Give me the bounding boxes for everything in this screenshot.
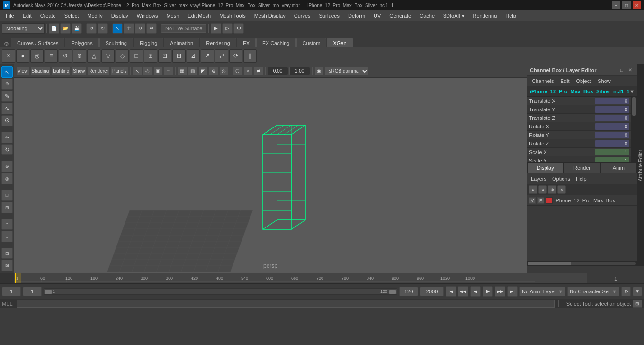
shelf-tab-xgen[interactable]: XGen xyxy=(327,38,352,47)
shelf-icon-15[interactable]: ↗ xyxy=(201,49,214,63)
shading-menu-btn[interactable]: Shading xyxy=(30,66,51,76)
command-input[interactable] xyxy=(17,300,555,308)
near-clip-field[interactable]: 0.00 xyxy=(268,67,288,75)
layer-playback-toggle[interactable]: P xyxy=(537,197,544,204)
renderer-menu-btn[interactable]: Renderer xyxy=(87,66,110,76)
max-frame-field[interactable] xyxy=(420,287,444,296)
channel-value-6[interactable] xyxy=(595,149,629,155)
paint-tool-btn[interactable]: ⊙ xyxy=(1,115,13,127)
vt-icon-6[interactable]: ▥ xyxy=(188,66,197,76)
menu-item-generate[interactable]: Generate xyxy=(385,12,415,19)
layer-btn-3[interactable]: ⊕ xyxy=(548,185,556,194)
layer-btn-1[interactable]: « xyxy=(529,185,537,194)
menu-item-surfaces[interactable]: Surfaces xyxy=(315,12,343,19)
show-menu[interactable]: Show xyxy=(595,77,614,85)
render-settings-btn[interactable]: ⚙ xyxy=(233,23,244,34)
help-menu[interactable]: Help xyxy=(574,175,589,182)
vt-icon-2[interactable]: ◎ xyxy=(143,66,152,76)
shelf-icon-18[interactable]: ∥ xyxy=(243,49,257,63)
scale-tool-btn[interactable]: ⇔ xyxy=(1,132,13,143)
select-btn[interactable]: ↖ xyxy=(112,23,123,34)
viewport-canvas[interactable]: X Y Z persp xyxy=(14,78,527,273)
range-slider[interactable]: 1 120 xyxy=(44,288,397,295)
goto-end-btn[interactable]: ▶| xyxy=(507,286,518,297)
view-menu-btn[interactable]: View xyxy=(16,66,29,76)
prev-frame-btn[interactable]: ◀ xyxy=(470,286,481,297)
menu-item-rendering[interactable]: Rendering xyxy=(469,12,501,19)
channels-menu[interactable]: Channels xyxy=(529,77,556,85)
gamma-icon[interactable]: ◉ xyxy=(314,66,324,76)
open-btn[interactable]: 📂 xyxy=(60,23,71,34)
maximize-button[interactable]: □ xyxy=(622,1,631,9)
vt-icon-4[interactable]: ≡ xyxy=(164,66,173,76)
menu-item-help[interactable]: Help xyxy=(501,12,520,19)
anim-tab[interactable]: Anim xyxy=(600,162,637,173)
menu-item-mesh[interactable]: Mesh xyxy=(162,12,183,19)
shelf-tab-fx[interactable]: FX xyxy=(237,38,256,47)
shelf-icon-6[interactable]: ⊕ xyxy=(73,49,86,63)
shelf-icon-10[interactable]: □ xyxy=(130,49,143,63)
lighting-menu-btn[interactable]: Lighting xyxy=(51,66,71,76)
vt-icon-8[interactable]: ⊛ xyxy=(209,66,218,76)
rotate-btn[interactable]: ↻ xyxy=(135,23,145,34)
channels-scrollbar[interactable] xyxy=(631,97,637,162)
vt-icon-12[interactable]: ⇄ xyxy=(254,66,263,76)
xray-btn[interactable]: ⊡ xyxy=(1,248,13,259)
vt-icon-1[interactable]: ↖ xyxy=(133,66,142,76)
cb-close-btn[interactable]: ✕ xyxy=(626,66,634,74)
menu-item-deform[interactable]: Deform xyxy=(344,12,369,19)
menu-item-display[interactable]: Display xyxy=(107,12,132,19)
menu-item-cache[interactable]: Cache xyxy=(416,12,438,19)
save-btn[interactable]: 💾 xyxy=(72,23,82,34)
shelf-tab-sculpting[interactable]: Sculpting xyxy=(99,38,133,47)
current-frame-field[interactable] xyxy=(23,287,42,296)
layer-visibility-toggle[interactable]: V xyxy=(529,197,536,204)
vt-icon-3[interactable]: ▣ xyxy=(153,66,163,76)
attribute-editor-tab[interactable]: Attribute Editor xyxy=(637,64,644,266)
object-expand-arrow[interactable]: ▼ xyxy=(629,89,635,94)
menu-item-mesh-display[interactable]: Mesh Display xyxy=(250,12,289,19)
anim-layer-field[interactable]: No Anim Layer ▼ xyxy=(519,287,565,296)
render-tab[interactable]: Render xyxy=(564,162,600,173)
shelf-icon-9[interactable]: ◇ xyxy=(116,49,129,63)
layer-btn-4[interactable]: × xyxy=(557,185,566,194)
shelf-tab-rigging[interactable]: Rigging xyxy=(134,38,163,47)
mode-dropdown[interactable]: Modeling xyxy=(2,23,45,34)
channel-value-0[interactable] xyxy=(595,98,629,104)
start-frame-field[interactable] xyxy=(2,287,21,296)
render-btn[interactable]: ▶ xyxy=(211,23,221,34)
shelf-settings-icon[interactable]: ⚙ xyxy=(2,41,11,47)
shelf-icon-17[interactable]: ⟳ xyxy=(229,49,242,63)
menu-item--dtoall--[interactable]: 3DtoAll ▾ xyxy=(439,12,468,20)
move-tool-btn[interactable]: ⊕ xyxy=(1,79,13,90)
shelf-icon-3[interactable]: ◎ xyxy=(30,49,44,63)
vt-icon-5[interactable]: ▦ xyxy=(178,66,187,76)
marquee-btn[interactable]: □ xyxy=(1,190,13,201)
menu-item-edit-mesh[interactable]: Edit Mesh xyxy=(184,12,215,19)
next-frame-btn[interactable]: ▶▶ xyxy=(495,286,505,297)
grid-btn[interactable]: ⊠ xyxy=(1,260,13,271)
options-menu[interactable]: Options xyxy=(550,175,572,182)
layer-btn-2[interactable]: » xyxy=(538,185,547,194)
undo-btn[interactable]: ↺ xyxy=(86,23,97,34)
shelf-icon-12[interactable]: ⊡ xyxy=(158,49,171,63)
char-set-extra-btn[interactable]: ▼ xyxy=(633,287,642,296)
menu-item-uv[interactable]: UV xyxy=(370,12,385,19)
edit-menu[interactable]: Edit xyxy=(557,77,572,85)
select-tool-btn[interactable]: ↖ xyxy=(1,66,13,78)
minimize-button[interactable]: − xyxy=(612,1,620,9)
shelf-icon-2[interactable]: ● xyxy=(16,49,29,63)
shelf-icon-16[interactable]: ⇄ xyxy=(215,49,228,63)
object-menu[interactable]: Object xyxy=(573,77,594,85)
menu-item-select[interactable]: Select xyxy=(61,12,83,19)
show-menu-btn[interactable]: Show xyxy=(72,66,86,76)
menu-item-modify[interactable]: Modify xyxy=(83,12,106,19)
channel-value-3[interactable] xyxy=(595,123,629,130)
layers-menu[interactable]: Layers xyxy=(529,175,548,182)
range-end-handle[interactable] xyxy=(389,290,396,294)
gamma-dropdown[interactable]: sRGB gamma xyxy=(325,66,369,76)
shelf-tab-curves---surfaces[interactable]: Curves / Surfaces xyxy=(11,38,64,47)
channel-value-2[interactable] xyxy=(595,115,629,121)
cmd-expand-btn[interactable]: ⊞ xyxy=(633,300,642,308)
range-sel-btn[interactable]: ⊞ xyxy=(1,202,13,213)
